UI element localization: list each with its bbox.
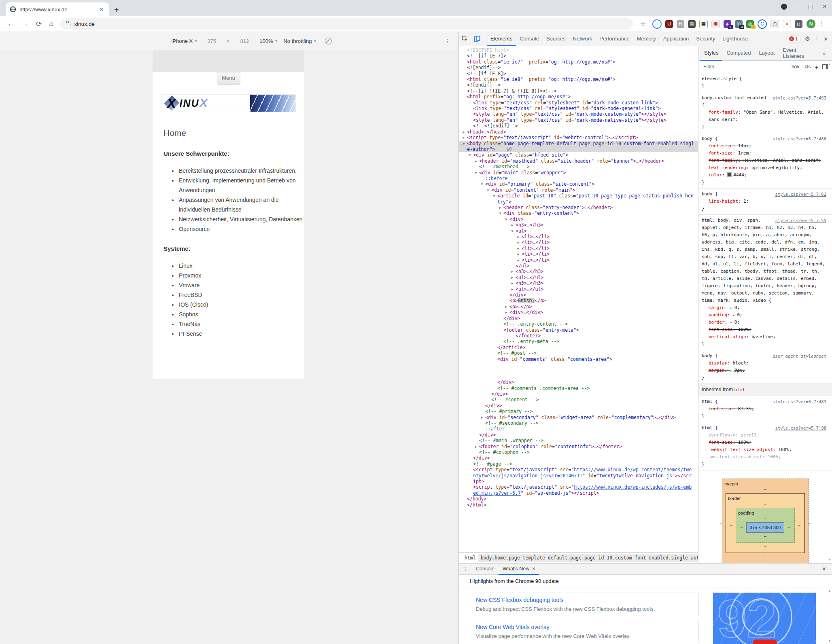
breadcrumb-item[interactable]: html bbox=[462, 554, 478, 562]
dom-tree-node[interactable]: </html> bbox=[459, 502, 698, 508]
more-tabs-icon[interactable]: » bbox=[823, 50, 832, 56]
stylesheet-link[interactable]: style.css?ver=5.7:98 bbox=[775, 424, 826, 432]
css-rule[interactable]: element.style {} bbox=[698, 73, 832, 92]
dom-tree-node[interactable]: <html class="ie ie8" prefix="og: http://… bbox=[459, 76, 698, 82]
dom-tree-node[interactable]: <![endif]--> bbox=[459, 65, 698, 70]
dom-tree-node[interactable]: </div> bbox=[459, 391, 698, 397]
css-selector[interactable]: body { bbox=[702, 191, 718, 197]
dom-tree-node[interactable]: </div> bbox=[459, 455, 698, 461]
dom-tree-node[interactable]: <style lang="en" type="text/css" id="dar… bbox=[459, 111, 698, 117]
dom-tree-node[interactable]: </body> bbox=[459, 496, 698, 502]
dom-tree-node[interactable]: <!-- .entry-content --> bbox=[459, 321, 698, 327]
dom-tree-node[interactable]: ▶<div>…</div> bbox=[459, 309, 698, 315]
css-property[interactable]: font-family: Helvetica, Arial, sans-seri… bbox=[702, 157, 826, 164]
scroll-up-icon[interactable]: ▲ bbox=[828, 62, 831, 66]
devtools-tab-memory[interactable]: Memory bbox=[633, 32, 660, 46]
tab-close-icon[interactable]: ✕ bbox=[98, 6, 105, 13]
twisty-icon[interactable]: ▶ bbox=[510, 222, 514, 228]
dom-tree-node[interactable]: <!-- #content --> bbox=[459, 397, 698, 402]
profile-avatar[interactable]: N bbox=[807, 19, 815, 28]
share-icon[interactable]: ∴ bbox=[652, 19, 662, 29]
stylesheet-link[interactable]: style.css?ver=5.7:493 bbox=[773, 94, 826, 102]
site-logo[interactable]: X INU X bbox=[161, 94, 296, 112]
window-close-button[interactable]: ✕ bbox=[822, 3, 827, 10]
devtools-tab-application[interactable]: Application bbox=[660, 32, 693, 46]
card-title-link[interactable]: New CSS Flexbox debugging tools bbox=[476, 597, 692, 603]
browser-menu-icon[interactable]: ⋮ bbox=[815, 20, 828, 28]
css-selector[interactable]: body { bbox=[702, 136, 718, 141]
dom-tree-node[interactable]: <p>&nbsp;</p> bbox=[459, 298, 698, 303]
css-property[interactable]: font-family: "Open Sans", Helvetica, Ari… bbox=[702, 109, 826, 123]
boxmodel-border[interactable]: border−−padding−−375 × 2053.300−−−− bbox=[726, 493, 805, 553]
twisty-icon[interactable]: ▶ bbox=[462, 135, 466, 141]
css-property[interactable]: font-size: 1rem; bbox=[702, 150, 826, 157]
dom-tree-node[interactable]: ▶<script type="text/javascript" id="webr… bbox=[459, 135, 698, 140]
twisty-icon[interactable]: ▼ bbox=[504, 217, 508, 222]
whats-new-video-thumbnail[interactable]: 92 new bbox=[713, 593, 816, 644]
photos-icon[interactable]: ▣ bbox=[711, 20, 720, 28]
css-property[interactable]: overflow-y: scroll; bbox=[702, 432, 826, 439]
dom-tree-node[interactable]: </article> bbox=[459, 345, 698, 350]
reload-button[interactable]: ⟳ bbox=[32, 20, 45, 28]
twisty-icon[interactable]: ▶ bbox=[504, 310, 508, 316]
twisty-icon[interactable]: ▶ bbox=[510, 287, 514, 292]
dom-tree-node[interactable]: ▶<header id="masthead" class="site-heade… bbox=[459, 158, 698, 164]
dom-tree-node[interactable]: </div> bbox=[459, 379, 698, 385]
devtools-tab-network[interactable]: Network bbox=[569, 32, 596, 46]
twisty-icon[interactable]: ▶ bbox=[516, 258, 520, 263]
dom-tree-node[interactable]: <link type="text/css" rel="stylesheet" i… bbox=[459, 100, 698, 106]
twisty-icon[interactable]: ▼ bbox=[492, 193, 496, 199]
hov-toggle[interactable]: :hov bbox=[790, 64, 800, 70]
rotate-icon[interactable] bbox=[325, 38, 332, 44]
dom-tree-node[interactable]: ▶<h3>…</h3> bbox=[459, 269, 698, 274]
twisty-icon[interactable]: ▶ bbox=[474, 159, 478, 164]
twisty-icon[interactable]: ▶ bbox=[462, 129, 466, 135]
dom-tree-node[interactable]: <!-- #masthead --> bbox=[459, 164, 698, 169]
twisty-icon[interactable]: ▼ bbox=[498, 211, 502, 216]
dom-tree-node[interactable]: ▶<footer id="colophon" role="contentinfo… bbox=[459, 444, 698, 449]
twisty-icon[interactable]: ▼ bbox=[474, 170, 478, 176]
dom-tree-node[interactable]: <!--[if IE 8]> bbox=[459, 71, 698, 76]
globe-icon[interactable]: ◍! bbox=[746, 20, 754, 28]
css-selector[interactable]: html { bbox=[702, 425, 718, 430]
dom-tree-node[interactable]: ▼<article id="post-10" class="post-10 pa… bbox=[459, 193, 698, 205]
css-property[interactable]: line-height: 1; bbox=[702, 198, 826, 205]
dom-tree-node[interactable]: <!--<![endif]--> bbox=[459, 123, 698, 129]
back-button[interactable]: ← bbox=[4, 20, 18, 28]
drawer-tab-what-s-new[interactable]: What's New× bbox=[499, 564, 539, 575]
stylesheet-link[interactable]: style.css?ver=5.7:483 bbox=[773, 398, 826, 405]
card-title-link[interactable]: New Core Web Vitals overlay bbox=[476, 624, 692, 630]
twisty-icon[interactable]: ▼ bbox=[486, 188, 490, 193]
viewport-width-input[interactable]: 375 bbox=[203, 37, 220, 45]
bookmark-star-icon[interactable]: ☆ bbox=[636, 20, 650, 28]
sidebar-tab-styles[interactable]: Styles bbox=[700, 46, 722, 61]
dom-tree-node[interactable]: ▶<li>…</li> bbox=[459, 239, 698, 245]
tab-close-icon[interactable]: × bbox=[532, 566, 535, 572]
css-property[interactable]: font-size: 100%; bbox=[702, 439, 826, 446]
dom-tree-node[interactable]: </div> bbox=[459, 316, 698, 321]
viewport-height-input[interactable]: 812 bbox=[236, 37, 253, 45]
address-bar[interactable]: xinux.de bbox=[60, 18, 633, 30]
dom-tree-node[interactable]: <!--[if !(IE 7) & !(IE 8)]><!--> bbox=[459, 88, 698, 94]
dom-tree-node[interactable]: ▶<ul>…</ul> bbox=[459, 286, 698, 292]
twisty-icon[interactable]: ▼ bbox=[462, 141, 466, 147]
dom-tree-node[interactable]: ::before bbox=[459, 176, 698, 181]
error-badge[interactable]: ✕ 1 bbox=[786, 35, 801, 42]
dom-tree-node[interactable]: ▼<div id="content" role="main"> bbox=[459, 187, 698, 193]
twisty-icon[interactable]: ▶ bbox=[480, 415, 484, 421]
dom-tree-node[interactable]: <link type="text/css" rel="stylesheet" i… bbox=[459, 106, 698, 111]
dom-tree-node[interactable]: <!-- #colophon --> bbox=[459, 449, 698, 455]
devtools-tab-security[interactable]: Security bbox=[692, 32, 719, 46]
clock-lock-icon[interactable]: ◷ bbox=[770, 20, 779, 28]
dom-tree-node[interactable]: </div> bbox=[459, 292, 698, 298]
cls-toggle[interactable]: .cls bbox=[803, 64, 811, 70]
site-menu-button[interactable]: Menü bbox=[217, 72, 240, 85]
twisty-icon[interactable]: ▼ bbox=[468, 153, 472, 158]
phone-icon[interactable]: ✆3 bbox=[735, 20, 743, 28]
twisty-icon[interactable]: ▶ bbox=[510, 269, 514, 275]
css-rule[interactable]: style.css?ver=5.7:486body {font-size: 14… bbox=[698, 133, 832, 189]
dom-tree-node[interactable]: ▼<div class="entry-content"> bbox=[459, 210, 698, 216]
css-selector[interactable]: body.custom-font-enabled { bbox=[702, 95, 769, 108]
devtools-close-icon[interactable]: ✕ bbox=[824, 36, 828, 42]
device-toolbar-menu-icon[interactable]: ⋮ bbox=[445, 38, 450, 44]
